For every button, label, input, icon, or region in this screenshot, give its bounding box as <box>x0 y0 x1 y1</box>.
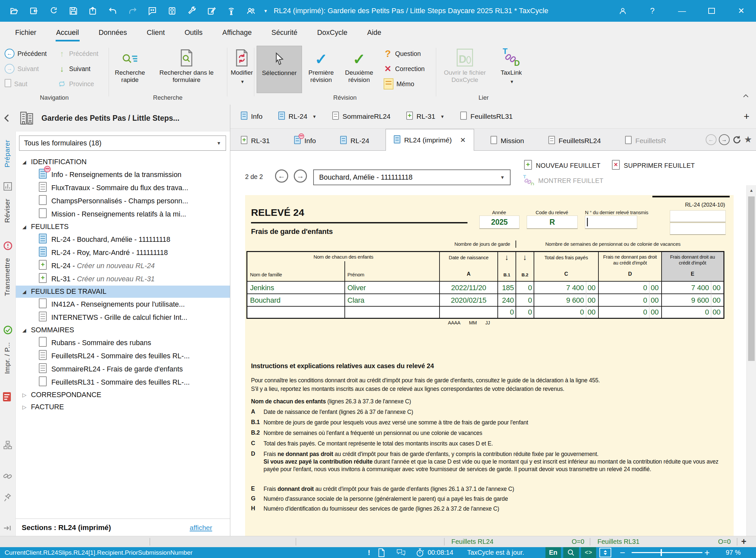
code-view-toggle[interactable]: <> <box>581 547 596 558</box>
transmit-icon[interactable] <box>3 325 13 335</box>
show-slip-button[interactable]: T D MONTRER FEUILLET <box>523 175 603 186</box>
slip-selector-dropdown[interactable]: Bouchard, Amélie - 111111118 ▼ <box>313 170 511 185</box>
cell-c-cents[interactable]: 00 <box>586 284 597 292</box>
nav-previous-button[interactable]: ←Précédent <box>5 47 47 60</box>
cell-e-dollars[interactable]: 0 <box>661 308 709 316</box>
strip-tab-transmettre[interactable]: Transmettre <box>3 258 11 296</box>
account-icon[interactable] <box>608 0 637 22</box>
nav-previous-field-button[interactable]: ↑Précédent <box>58 47 98 60</box>
forms-filter-dropdown[interactable]: Tous les formulaires (18) ▼ <box>19 135 226 151</box>
cell-last-name[interactable]: Bouchard <box>250 296 281 305</box>
tree-item-internetws[interactable]: INTERNETWS - Grille de calcul fichier In… <box>16 311 230 324</box>
cell-b2[interactable]: 0 <box>516 308 532 316</box>
tree-section-facture[interactable]: ▷FACTURE <box>16 401 230 413</box>
cell-d-cents[interactable]: 00 <box>649 308 660 316</box>
save-icon[interactable] <box>68 6 79 17</box>
nav-next-field-button[interactable]: ↓Suivant <box>58 62 90 75</box>
cell-last-name[interactable]: Jenkins <box>250 284 274 292</box>
delete-slip-button[interactable]: SUPPRIMER FEUILLET <box>612 160 695 171</box>
cell-c-dollars[interactable]: 0 <box>534 308 584 316</box>
favorite-star-icon[interactable]: ★ <box>744 135 752 144</box>
tree-item-champspersonnalises[interactable]: ChampsPersonnalisés - Champs personn... <box>16 195 230 208</box>
undo-icon[interactable] <box>107 6 118 17</box>
cell-c-cents[interactable]: 00 <box>586 296 597 305</box>
strip-tab-preparer[interactable]: Préparer <box>3 140 11 168</box>
tree-item-rl24-new[interactable]: RL-24 - Créer un nouveau RL-24 <box>16 259 230 273</box>
help-icon[interactable]: ? <box>637 0 667 22</box>
cell-d-cents[interactable]: 00 <box>649 284 660 292</box>
messages-icon[interactable] <box>396 547 406 558</box>
nav-jump-button[interactable]: Saut <box>5 77 27 91</box>
menu-aide[interactable]: Aide <box>357 22 391 44</box>
doc-tab-sommairerl24[interactable]: SommaireRL24 <box>324 105 398 128</box>
print-batch-icon[interactable] <box>166 6 177 17</box>
workflow-icon[interactable] <box>3 440 12 450</box>
add-monitor-icon[interactable]: + <box>741 536 747 547</box>
quick-search-button[interactable]: Recherche rapide <box>110 46 150 93</box>
tree-item-mission[interactable]: Mission - Renseignements relatifs à la m… <box>16 208 230 221</box>
cell-e-cents[interactable]: 00 <box>711 284 722 292</box>
menu-fichier[interactable]: Fichier <box>5 22 46 44</box>
prepare-form-icon[interactable] <box>3 182 12 191</box>
broadcast-icon[interactable] <box>226 6 237 17</box>
doc-tab-rl31[interactable]: RL-31▼ <box>398 105 452 128</box>
strip-tab-imprimer[interactable]: Impr. / P... <box>3 342 11 374</box>
cell-d-cents[interactable]: 00 <box>649 296 660 305</box>
version-box-1[interactable] <box>670 210 726 222</box>
zoom-in-icon[interactable]: + <box>704 547 710 558</box>
zoom-out-icon[interactable]: − <box>620 547 625 558</box>
restore-version-icon[interactable] <box>48 6 59 17</box>
menu-client[interactable]: Client <box>137 22 175 44</box>
annotate-icon[interactable] <box>206 6 217 17</box>
review-alert-icon[interactable] <box>3 241 13 251</box>
collapse-ribbon-icon[interactable] <box>743 94 749 98</box>
collaborate-icon[interactable] <box>245 6 256 17</box>
tab-forward-icon[interactable]: → <box>719 134 730 145</box>
strip-tab-reviser[interactable]: Réviser <box>3 199 11 223</box>
cell-b2[interactable]: 0 <box>516 284 532 292</box>
collapse-panel-icon[interactable] <box>3 114 10 122</box>
cell-c-cents[interactable]: 00 <box>586 308 597 316</box>
dernier-field[interactable] <box>585 215 637 229</box>
timer-icon[interactable] <box>416 547 424 558</box>
doc-tab-feuilletsrl31[interactable]: FeuilletsRL31 <box>452 105 520 128</box>
cell-d-dollars[interactable]: 0 <box>598 308 647 316</box>
tree-item-sommairerl24[interactable]: SommaireRL24 - Frais de garde d'enfants <box>16 362 230 376</box>
refresh-icon[interactable] <box>732 135 742 145</box>
modify-button[interactable]: Modifier ▼ <box>230 46 254 93</box>
memo-button[interactable]: Mémo <box>384 77 414 91</box>
minimize-button[interactable]: — <box>667 0 697 22</box>
nav-province-button[interactable]: Province <box>58 77 94 91</box>
next-slip-icon[interactable]: → <box>294 170 307 183</box>
add-document-icon[interactable]: + <box>744 111 750 121</box>
previous-slip-icon[interactable]: ← <box>275 170 288 183</box>
form-tab-feuilletsr[interactable]: FeuilletsR <box>617 131 666 150</box>
form-tab-info[interactable]: Info <box>286 131 324 150</box>
cell-b2[interactable]: 0 <box>516 296 532 305</box>
cell-first-name[interactable]: Oliver <box>347 284 366 292</box>
tree-item-feuilletsrl24[interactable]: FeuilletsRL24 - Sommaire des feuilles RL… <box>16 349 230 362</box>
tree-item-rl24-roy[interactable]: RL-24 - Roy, Marc-André - 111111118 <box>16 246 230 259</box>
correction-button[interactable]: ✕Correction <box>384 62 425 75</box>
cell-e-cents[interactable]: 00 <box>711 308 722 316</box>
open-doxcycle-button[interactable]: D Ouvrir le fichier DoxCycle <box>440 46 490 93</box>
dock-arrow-icon[interactable] <box>3 524 11 532</box>
question-button[interactable]: ?Question <box>384 47 421 60</box>
tree-section-feuilles-de-travail[interactable]: ◢FEUILLES DE TRAVAIL <box>16 285 230 298</box>
update-status[interactable]: TaxCycle est à jour. <box>467 547 524 558</box>
export-icon[interactable] <box>87 6 98 17</box>
cell-e-dollars[interactable]: 9 600 <box>661 296 709 305</box>
pin-icon[interactable] <box>3 493 12 502</box>
form-tab-mission[interactable]: Mission <box>483 131 532 150</box>
tree-item-rl31-new[interactable]: RL-31 - Créer un nouveau RL-31 <box>16 273 230 285</box>
cell-dob[interactable]: 2020/02/15 <box>440 296 498 305</box>
cell-d-dollars[interactable]: 0 <box>598 296 647 305</box>
form-search-button[interactable]: Rechercher dans le formulaire <box>152 46 221 93</box>
alert-icon[interactable]: ! <box>368 547 370 558</box>
zoom-search-icon[interactable] <box>563 547 579 558</box>
menu-accueil[interactable]: Accueil <box>46 22 89 44</box>
code-field[interactable]: R <box>527 215 578 229</box>
cell-e-dollars[interactable]: 7 400 <box>661 284 709 292</box>
second-review-button[interactable]: ✓ Deuxième révision <box>340 46 378 93</box>
first-review-button[interactable]: ✓ Première révision <box>304 46 338 93</box>
